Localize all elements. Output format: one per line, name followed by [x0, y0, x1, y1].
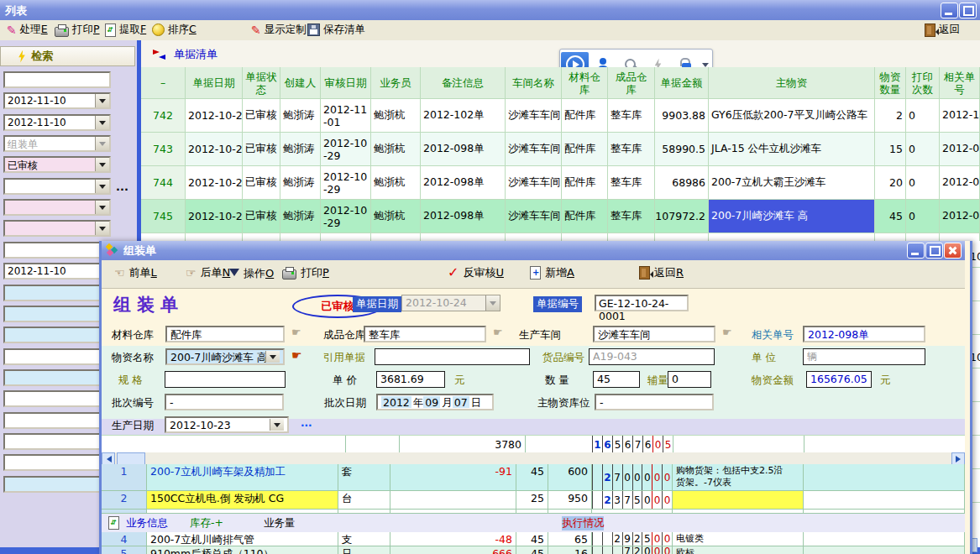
note[interactable]: 电镀类: [673, 532, 804, 546]
stock[interactable]: -48: [390, 532, 516, 546]
cell[interactable]: 2012-098单: [940, 133, 980, 166]
toolbar-button-3[interactable]: ⇵提取F: [102, 22, 149, 38]
table-row-745[interactable]: 7452012-10-24已审核鲍浙涛2012-10-29鲍浙杭2012-098…: [141, 200, 980, 233]
cell[interactable]: 107972.2: [655, 200, 709, 233]
cell[interactable]: 0: [906, 200, 940, 233]
table-row-743[interactable]: 7432012-10-23已审核鲍浙涛2012-10-29鲍浙杭2012-098…: [141, 133, 980, 166]
dialog-toolbar-1[interactable]: ☜前单L: [114, 265, 157, 280]
cell[interactable]: 整车库: [608, 99, 655, 133]
column-header-5[interactable]: 审核日期: [321, 67, 371, 99]
cell[interactable]: 745: [141, 200, 186, 233]
chevron-down-icon[interactable]: [95, 137, 109, 150]
column-header-12[interactable]: 主物资: [709, 67, 875, 99]
filter-field-11[interactable]: [3, 285, 111, 301]
cell[interactable]: 鲍浙涛: [280, 166, 321, 200]
dialog-toolbar-3[interactable]: 操作O: [229, 265, 274, 281]
cell[interactable]: 2: [875, 99, 906, 133]
search-button[interactable]: 检索: [0, 46, 135, 66]
more-options-button[interactable]: ...: [116, 180, 128, 193]
chevron-down-icon[interactable]: [485, 295, 500, 311]
material-name[interactable]: 150CC立机电.倒 发动机 CG: [147, 491, 338, 510]
cell[interactable]: 45: [875, 200, 906, 233]
prod_date-input[interactable]: 2012-10-23: [165, 416, 289, 433]
related_no-input[interactable]: 2012-098单: [803, 326, 925, 342]
note[interactable]: 欧标: [673, 546, 804, 554]
chevron-down-icon[interactable]: [95, 222, 109, 235]
chevron-down-icon[interactable]: [95, 201, 109, 214]
column-header-4[interactable]: 创建人: [280, 67, 321, 99]
cell[interactable]: 743: [141, 133, 186, 166]
cell[interactable]: 整车库: [608, 133, 655, 166]
cell[interactable]: 9903.88: [655, 99, 709, 133]
filter-field-2[interactable]: 2012-11-10: [3, 92, 111, 109]
chevron-down-icon[interactable]: [95, 94, 109, 107]
table-row-744[interactable]: 7442012-10-23已审核鲍浙涛2012-10-29鲍浙杭2012-098…: [141, 166, 980, 200]
cell[interactable]: 742: [141, 99, 186, 133]
cell[interactable]: 已审核: [243, 200, 280, 233]
stock[interactable]: -91: [390, 464, 516, 491]
filter-field-12[interactable]: [3, 306, 111, 322]
cell[interactable]: 2012-10-21: [186, 99, 243, 133]
cell[interactable]: 配件库: [562, 99, 608, 133]
toolbar-button-1[interactable]: ✎处理E: [4, 22, 50, 38]
cell[interactable]: 2012-098单: [421, 133, 506, 166]
dialog-minimize-button[interactable]: [907, 243, 925, 259]
infobar-item-4[interactable]: 执行情况: [562, 516, 604, 530]
infobar-item-2[interactable]: 库存-+: [190, 516, 223, 530]
cell[interactable]: 2012-10-24: [186, 200, 243, 233]
chevron-down-icon[interactable]: [270, 419, 284, 431]
dialog-toolbar-6[interactable]: 新增A: [530, 265, 574, 280]
cell[interactable]: 沙滩车车间: [506, 166, 562, 200]
cell[interactable]: GY6压低款200-7平叉川崎公路车: [709, 99, 875, 133]
column-header-10[interactable]: 成品仓库: [608, 67, 655, 99]
toolbar-button-2[interactable]: 打印P: [52, 22, 102, 38]
toolbar-button-5[interactable]: ✎显示定制: [249, 22, 309, 38]
filter-field-18[interactable]: [3, 433, 111, 450]
cell[interactable]: 鲍浙涛: [280, 200, 321, 233]
column-header-13[interactable]: 物资数量: [875, 67, 906, 99]
filter-field-15[interactable]: [3, 369, 111, 386]
column-header-7[interactable]: 备注信息: [421, 67, 506, 99]
cell[interactable]: 沙滩车车间: [506, 133, 562, 166]
row-number[interactable]: 4: [102, 532, 147, 546]
amount-digits[interactable]: 292500: [592, 532, 673, 546]
column-header-8[interactable]: 车间名称: [506, 67, 562, 99]
cell[interactable]: 15: [875, 133, 906, 166]
cell[interactable]: 2012-098单: [421, 200, 506, 233]
chevron-down-icon[interactable]: [95, 158, 109, 171]
price[interactable]: 65: [548, 532, 592, 546]
price[interactable]: 16: [548, 546, 592, 554]
filler[interactable]: [804, 546, 965, 554]
cell[interactable]: 2012-098单: [940, 166, 980, 200]
material-name[interactable]: 200-7立机川崎排气管: [147, 532, 338, 546]
cell[interactable]: 20: [875, 166, 906, 200]
toolbar-button-4[interactable]: 排序C: [149, 22, 199, 38]
filler[interactable]: [804, 464, 965, 491]
column-header-3[interactable]: 单据状态: [243, 67, 280, 99]
cell[interactable]: 2012-098单: [940, 200, 980, 233]
cell[interactable]: 鲍浙杭: [371, 166, 421, 200]
dialog-toolbar-2[interactable]: ☞后单N: [186, 265, 230, 280]
cell[interactable]: 鲍浙涛: [280, 133, 321, 166]
quantity[interactable]: 25: [516, 491, 548, 510]
filter-field-19[interactable]: [3, 454, 111, 471]
cell[interactable]: 2012-10-23: [186, 166, 243, 200]
unit-input[interactable]: 辆: [803, 348, 925, 365]
cell[interactable]: 鲍浙涛: [280, 99, 321, 133]
cell[interactable]: 2012-102单: [421, 99, 506, 133]
cell[interactable]: 744: [141, 166, 186, 200]
amount-digits[interactable]: 2375000: [592, 491, 673, 510]
main_loc-input[interactable]: -: [595, 394, 714, 410]
infobar-item-3[interactable]: 业务量: [264, 516, 296, 530]
infobar-item-1[interactable]: 业务信息: [126, 516, 168, 530]
row-number[interactable]: 2: [102, 491, 147, 510]
detail-row-4[interactable]: 4200-7立机川崎排气管支-484565292500电镀类: [102, 532, 965, 546]
price[interactable]: 600: [548, 464, 592, 491]
filter-field-7[interactable]: [3, 199, 111, 216]
stock[interactable]: [390, 491, 516, 510]
cell[interactable]: 鲍浙杭: [371, 133, 421, 166]
chevron-down-icon[interactable]: [95, 116, 109, 129]
filter-field-16[interactable]: [3, 390, 111, 407]
detail-row-5[interactable]: 5910mm后桥总成（110）只666451672000欧标: [102, 546, 965, 554]
cell[interactable]: 2012-102单: [940, 99, 980, 133]
